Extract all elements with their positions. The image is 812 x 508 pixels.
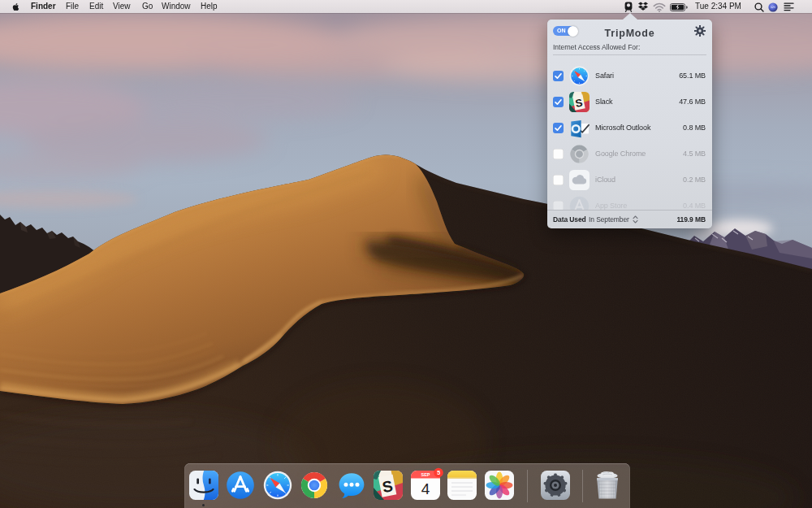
svg-text:4: 4 bbox=[421, 480, 430, 497]
svg-text:5: 5 bbox=[436, 469, 439, 476]
svg-text:SEP: SEP bbox=[421, 472, 430, 477]
